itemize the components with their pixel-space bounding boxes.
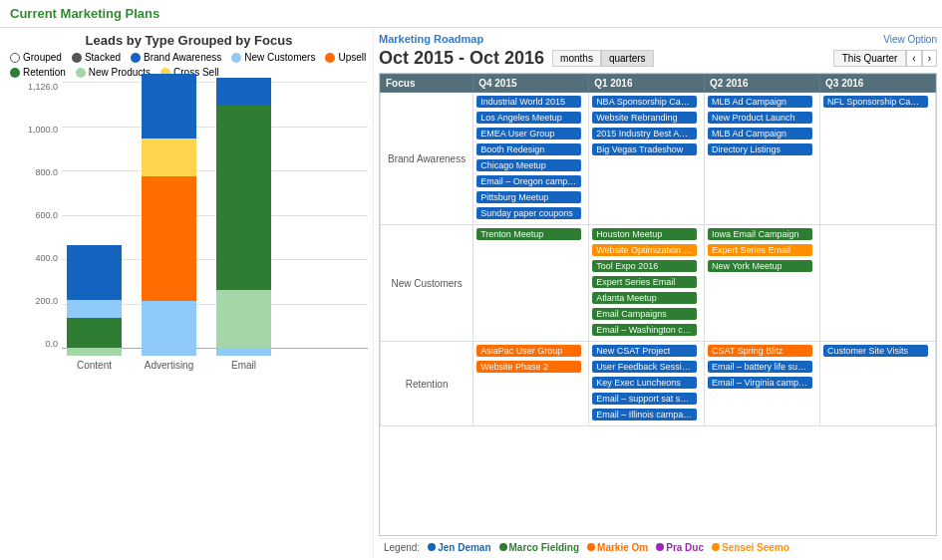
cell-0-q3: NFL Sponsorship Campa...	[820, 93, 936, 225]
campaign-tag[interactable]: Key Exec Luncheons	[592, 377, 697, 389]
y-axis: 1,126.0 1,000.0 800.0 600.0 400.0 200.0 …	[10, 82, 62, 371]
view-option-link[interactable]: View Option	[883, 34, 937, 45]
retention-icon	[10, 68, 20, 78]
campaign-tag[interactable]: Big Vegas Tradeshow	[592, 143, 697, 155]
bar-advertising: Advertising	[142, 74, 196, 371]
campaign-tag[interactable]: CSAT Spring Blitz	[708, 345, 812, 357]
campaign-tag[interactable]: Chicago Meetup	[476, 159, 581, 171]
bar-email: Email	[216, 78, 271, 371]
bar-content-label: Content	[77, 360, 112, 371]
legend-brand: Brand Awareness	[131, 52, 221, 63]
campaign-tag[interactable]: Email – Washington cam...	[592, 324, 697, 336]
legend-upsell-label: Upsell	[338, 52, 366, 63]
legend-footer-label: Legend:	[384, 542, 420, 553]
campaign-tag[interactable]: Sunday paper coupons	[476, 207, 581, 219]
legend-person-pra-duc: Pra Duc	[656, 542, 704, 553]
campaign-tag[interactable]: New York Meetup	[708, 260, 812, 272]
stacked-icon	[72, 53, 82, 63]
campaign-tag[interactable]: Email – battery life survey	[708, 361, 812, 373]
legend-person-marco-fielding: Marco Fielding	[499, 542, 580, 553]
campaign-tag[interactable]: Los Angeles Meetup	[476, 112, 581, 124]
campaign-tag[interactable]: Expert Series Email	[708, 244, 812, 256]
campaign-tag[interactable]: Iowa Email Campaign	[708, 228, 812, 240]
legend-upsell: Upsell	[325, 52, 366, 63]
main-container: Leads by Type Grouped by Focus Grouped S…	[0, 28, 942, 558]
person-dot	[712, 543, 720, 551]
campaign-tag[interactable]: Industrial World 2015	[476, 96, 581, 108]
cell-0-q2: MLB Ad CampaignNew Product LaunchMLB Ad …	[705, 93, 820, 225]
cell-1-q3	[820, 225, 936, 342]
campaign-tag[interactable]: Pittsburg Meetup	[476, 191, 581, 203]
chart-legend-row1: Grouped Stacked Brand Awareness New Cust…	[10, 52, 368, 63]
campaign-tag[interactable]: Atlanta Meetup	[592, 292, 697, 304]
campaign-tag[interactable]: AsiaPac User Group	[476, 345, 581, 357]
brand-awareness-icon	[131, 53, 141, 63]
chart-title: Leads by Type Grouped by Focus	[10, 33, 368, 48]
prev-quarter-button[interactable]: ‹	[906, 50, 921, 67]
legend-new-customers: New Customers	[231, 52, 315, 63]
months-button[interactable]: months	[552, 50, 601, 67]
next-quarter-button[interactable]: ›	[922, 50, 937, 67]
cell-0-q0: Industrial World 2015Los Angeles MeetupE…	[473, 93, 589, 225]
roadmap-header: Marketing Roadmap View Option	[379, 33, 937, 45]
bar-adv-brand	[142, 74, 196, 139]
gridline-3	[62, 215, 368, 216]
campaign-tag[interactable]: Customer Site Visits	[823, 345, 928, 357]
page-header: Current Marketing Plans	[0, 0, 942, 28]
campaign-tag[interactable]: MLB Ad Campaign	[708, 128, 812, 140]
campaign-tag[interactable]: MLB Ad Campaign	[708, 96, 812, 108]
y-label-2: 400.0	[35, 253, 58, 263]
campaign-tag[interactable]: New CSAT Project	[592, 345, 697, 357]
campaign-tag[interactable]: Expert Series Email	[592, 276, 697, 288]
bar-advertising-label: Advertising	[145, 360, 193, 371]
campaign-tag[interactable]: Houston Meetup	[592, 228, 697, 240]
legend-retention-label: Retention	[23, 67, 66, 78]
campaign-tag[interactable]: User Feedback Sessions	[592, 361, 697, 373]
campaign-tag[interactable]: 2015 Industry Best Awards	[592, 128, 697, 140]
person-dot	[656, 543, 664, 551]
person-dot	[428, 543, 436, 551]
roadmap-panel: Marketing Roadmap View Option Oct 2015 -…	[374, 28, 942, 558]
campaign-tag[interactable]: Email – support sat survey	[592, 393, 697, 405]
bar-chart: 1,126.0 1,000.0 800.0 600.0 400.0 200.0 …	[10, 82, 368, 371]
campaign-tag[interactable]: Website Rebranding	[592, 112, 697, 124]
campaign-tag[interactable]: EMEA User Group	[476, 128, 581, 140]
campaign-tag[interactable]: Directory Listings	[708, 143, 812, 155]
legend-person-jen-deman: Jen Deman	[428, 542, 490, 553]
cell-1-q0: Trenton Meetup	[473, 225, 589, 342]
campaign-tag[interactable]: Website Phase 2	[476, 361, 581, 373]
campaign-tag[interactable]: NBA Sponsorship Campa...	[592, 96, 697, 108]
bar-content-newproducts	[67, 348, 122, 356]
campaign-tag[interactable]: Email Campaigns	[592, 308, 697, 320]
campaign-tag[interactable]: Email – Virginia campaign	[708, 377, 812, 389]
this-quarter-label: This Quarter	[833, 50, 907, 67]
y-label-1: 200.0	[35, 296, 58, 306]
upsell-icon	[325, 53, 335, 63]
table-row: RetentionAsiaPac User GroupWebsite Phase…	[381, 342, 936, 426]
campaign-tag[interactable]: Trenton Meetup	[476, 228, 581, 240]
campaign-tag[interactable]: Booth Redesign	[476, 143, 581, 155]
y-label-5: 1,000.0	[28, 125, 58, 135]
cell-2-q3: Customer Site Visits	[820, 342, 936, 426]
date-nav: Oct 2015 - Oct 2016 months quarters This…	[379, 48, 937, 69]
grouped-icon	[10, 53, 20, 63]
campaign-tag[interactable]: NFL Sponsorship Campa...	[823, 96, 928, 108]
date-range: Oct 2015 - Oct 2016	[379, 48, 544, 69]
campaign-tag[interactable]: Website Optimization Bac...	[592, 244, 697, 256]
legend-grouped-label: Grouped	[23, 52, 62, 63]
campaign-tag[interactable]: New Product Launch	[708, 112, 812, 124]
campaign-tag[interactable]: Tool Expo 2016	[592, 260, 697, 272]
legend-retention: Retention	[10, 67, 66, 78]
table-row: Brand AwarenessIndustrial World 2015Los …	[381, 93, 936, 225]
focus-cell-2: Retention	[381, 342, 473, 426]
campaign-tag[interactable]: Email – Illinois campaign	[592, 409, 697, 420]
quarters-button[interactable]: quarters	[601, 50, 654, 67]
person-name: Markie Om	[597, 542, 648, 553]
bar-email-retention	[216, 106, 271, 290]
bar-adv-newcustomers	[142, 301, 196, 356]
roadmap-grid: Focus Q4 2015 Q1 2016 Q2 2016 Q3 2016 Br…	[380, 74, 936, 426]
legend-brand-label: Brand Awareness	[144, 52, 221, 63]
campaign-tag[interactable]: Email – Oregon campaign	[476, 175, 581, 187]
y-label-3: 600.0	[35, 210, 58, 220]
bar-content: Content	[67, 245, 122, 371]
